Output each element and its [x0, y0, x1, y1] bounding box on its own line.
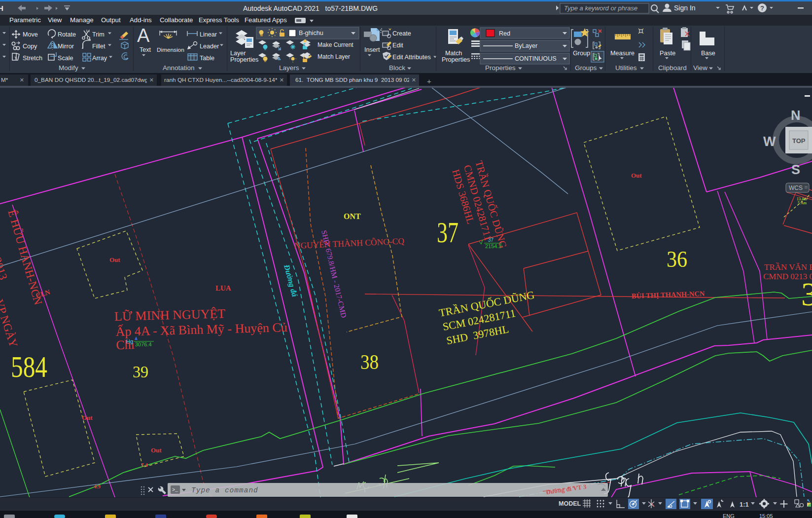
- svg-text:Properties: Properties: [442, 56, 470, 63]
- svg-text:1:1: 1:1: [740, 501, 749, 508]
- svg-text:Array: Array: [92, 55, 107, 62]
- svg-text:?: ?: [760, 4, 764, 12]
- svg-text:Measure: Measure: [610, 50, 635, 57]
- svg-text:Block: Block: [389, 64, 405, 72]
- svg-text:Đường đi VT 3: Đường đi VT 3: [545, 483, 587, 496]
- svg-text:Red: Red: [499, 30, 510, 37]
- svg-text:Group: Group: [573, 50, 590, 57]
- svg-text:Insert: Insert: [364, 46, 380, 53]
- svg-text:Table: Table: [200, 55, 214, 62]
- svg-text:Linear: Linear: [200, 31, 217, 38]
- svg-text:Layer: Layer: [230, 50, 246, 57]
- svg-text:Sign In: Sign In: [674, 4, 696, 12]
- svg-text:Paste: Paste: [660, 50, 675, 57]
- svg-text:Match Layer: Match Layer: [318, 53, 350, 60]
- svg-text:Groups: Groups: [575, 64, 597, 72]
- svg-text:CONTINUOUS: CONTINUOUS: [515, 55, 557, 62]
- svg-text:Annotation: Annotation: [163, 64, 195, 72]
- svg-text:Clipboard: Clipboard: [658, 64, 687, 72]
- svg-text:Edit: Edit: [392, 42, 403, 49]
- svg-text:Base: Base: [701, 50, 715, 57]
- svg-text:Type a keyword or phrase: Type a keyword or phrase: [564, 4, 637, 12]
- svg-text:Text: Text: [140, 46, 151, 53]
- svg-text:>_: >_: [172, 487, 178, 493]
- svg-text:Dimension: Dimension: [157, 46, 184, 53]
- svg-text:B-ghichu: B-ghichu: [299, 30, 323, 37]
- svg-text:H: H: [0, 4, 3, 12]
- svg-text:Leader: Leader: [200, 43, 219, 50]
- svg-text:Properties: Properties: [230, 56, 258, 63]
- svg-text:Stretch: Stretch: [23, 55, 42, 62]
- svg-text:Create: Create: [392, 30, 411, 37]
- svg-text:Edit Attributes: Edit Attributes: [392, 54, 431, 61]
- svg-text:Copy: Copy: [23, 43, 37, 50]
- svg-text:Type a command: Type a command: [191, 486, 258, 494]
- svg-text:Mirror: Mirror: [58, 43, 74, 50]
- svg-text:Trim: Trim: [92, 31, 105, 38]
- svg-text:Move: Move: [23, 31, 38, 38]
- svg-text:ByLayer: ByLayer: [515, 42, 537, 49]
- svg-text:View: View: [693, 64, 707, 72]
- svg-text:Rotate: Rotate: [58, 31, 76, 38]
- svg-text:Match: Match: [445, 50, 462, 57]
- svg-text:Layers: Layers: [279, 64, 299, 72]
- svg-text:Properties: Properties: [485, 64, 516, 72]
- svg-text:Fillet: Fillet: [92, 43, 106, 50]
- svg-text:Modify: Modify: [59, 64, 78, 72]
- svg-text:A: A: [137, 26, 150, 46]
- svg-text:Utilities: Utilities: [615, 64, 637, 72]
- svg-text:Scale: Scale: [58, 55, 73, 62]
- svg-text:Make Current: Make Current: [318, 41, 353, 48]
